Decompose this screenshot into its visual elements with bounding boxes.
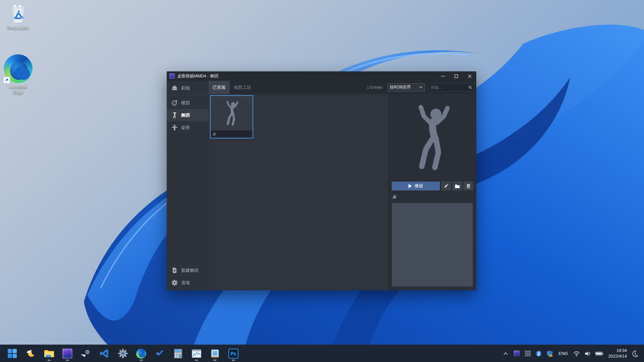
sidebar-item-theater[interactable]: 剧场 (167, 82, 209, 94)
photoshop-button[interactable]: Ps (227, 346, 240, 361)
recycle-bin-icon (8, 3, 29, 24)
sidebar-item-new-dance[interactable]: 新建舞蹈 (167, 264, 209, 277)
delete-button[interactable] (464, 182, 473, 190)
running-indicator (140, 360, 143, 361)
taskbar: Ps (0, 345, 644, 362)
notepad-icon (211, 349, 219, 359)
vscode-icon (100, 349, 109, 358)
tray-app-grid[interactable] (523, 347, 532, 360)
tray-wifi[interactable] (572, 347, 581, 360)
sidebar-item-label: 舞蹈 (181, 112, 190, 118)
folder-icon (455, 184, 460, 188)
tray-chevron-up[interactable] (501, 347, 510, 360)
sidebar-spacer (167, 134, 209, 264)
mmd-app-window: 桌面萌娘MMD4 - 舞蹈 剧场 (167, 71, 476, 290)
running-indicator (195, 360, 198, 361)
play-button[interactable]: 播放 (392, 182, 440, 190)
action-row: 播放 (392, 182, 473, 190)
tab-bar: 已安装 创意工坊 1 Entries 按时间排序 (209, 81, 476, 94)
steam-button[interactable] (79, 346, 93, 361)
gear-icon (118, 349, 128, 358)
search-icon[interactable] (469, 85, 472, 90)
dance-grid: Ji (209, 94, 388, 290)
tray-night-mode[interactable] (631, 347, 639, 360)
photoshop-icon: Ps (228, 349, 238, 359)
shortcut-arrow-icon (3, 76, 10, 84)
tray-battery[interactable] (594, 347, 604, 360)
tray-volume[interactable] (583, 347, 592, 360)
chevron-up-icon (503, 352, 508, 355)
clock-date: 2022/4/14 (608, 354, 627, 359)
edge-button[interactable] (135, 346, 148, 361)
close-button[interactable] (463, 71, 476, 81)
widgets-weather-button[interactable] (24, 346, 37, 361)
chevron-down-icon (419, 86, 423, 88)
dance-thumbnail (211, 96, 253, 130)
notepad-button[interactable] (208, 346, 222, 361)
file-explorer-button[interactable] (42, 346, 56, 361)
recycle-bin-desktop-icon[interactable]: RecycleBin (2, 3, 34, 31)
running-indicator (214, 360, 217, 361)
sort-selected-value: 按时间排序 (390, 84, 419, 90)
taskbar-pinned-apps: Ps (0, 346, 240, 361)
entries-count: 1 Entries (367, 81, 383, 94)
system-tray: ENG (501, 347, 644, 360)
edge-logo-icon (4, 54, 33, 83)
sidebar-item-dance[interactable]: 舞蹈 (167, 109, 209, 121)
vscode-button[interactable] (98, 346, 111, 361)
sidebar-separator (167, 95, 209, 96)
sidebar-item-label: 选项 (181, 280, 190, 286)
tab-label: 创意工坊 (234, 84, 251, 90)
task-manager-button[interactable] (190, 346, 203, 361)
mmd-app-button[interactable] (61, 346, 74, 361)
volume-icon (585, 351, 591, 356)
stage-icon (171, 85, 178, 91)
trash-icon (466, 184, 471, 188)
tray-bluetooth[interactable] (534, 347, 543, 360)
edit-button[interactable] (441, 182, 451, 190)
sidebar-item-options[interactable]: 选项 (167, 277, 209, 289)
sidebar-item-label: 剧场 (181, 85, 190, 91)
settings-button[interactable] (116, 346, 129, 361)
gear-icon (171, 280, 178, 286)
tabbar-spacer (255, 81, 367, 94)
tray-security[interactable] (545, 347, 554, 360)
search-input[interactable] (431, 85, 469, 90)
dance-preview (392, 94, 473, 182)
language-indicator[interactable]: ENG (556, 347, 570, 360)
window-titlebar[interactable]: 桌面萌娘MMD4 - 舞蹈 (167, 71, 476, 81)
tab-installed[interactable]: 已安装 (209, 81, 230, 94)
mmd-tray-icon (514, 351, 520, 356)
app-window-icon (169, 73, 175, 79)
clock[interactable]: 19:34 2022/4/14 (607, 347, 628, 360)
sort-dropdown[interactable]: 按时间排序 (387, 83, 425, 92)
sidebar-item-model[interactable]: 模型 (167, 97, 209, 109)
edge-desktop-icon[interactable]: Microsoft Edge (2, 54, 34, 96)
start-button[interactable] (5, 346, 19, 361)
new-document-icon (171, 267, 178, 274)
dance-item-ji[interactable]: Ji (210, 95, 253, 138)
calculator-button[interactable] (171, 346, 185, 361)
minimize-button[interactable] (436, 71, 449, 81)
dance-item-name: Ji (211, 130, 253, 138)
tab-workshop[interactable]: 创意工坊 (230, 81, 255, 94)
windows-start-icon (8, 349, 17, 358)
tray-mmd-icon[interactable] (512, 347, 521, 360)
detail-item-name: Ji (392, 194, 472, 199)
calculator-icon (174, 349, 182, 359)
sidebar-item-label: 姿势 (181, 125, 190, 131)
dance-icon (171, 112, 178, 118)
edge-logo-icon (136, 349, 146, 359)
model-face-icon (171, 100, 178, 106)
maximize-button[interactable] (449, 71, 463, 81)
todo-check-icon (155, 349, 165, 358)
steam-icon (81, 349, 91, 359)
bluetooth-icon (536, 351, 542, 357)
desktop: RecycleBin Microsoft Edge 桌面萌娘MMD4 - 舞蹈 (0, 0, 644, 362)
sidebar-item-pose[interactable]: 姿势 (167, 121, 209, 134)
running-indicator (232, 360, 235, 361)
todo-button[interactable] (153, 346, 166, 361)
sidebar-item-label: 模型 (181, 100, 190, 106)
file-explorer-icon (44, 349, 54, 358)
open-folder-button[interactable] (452, 182, 462, 190)
